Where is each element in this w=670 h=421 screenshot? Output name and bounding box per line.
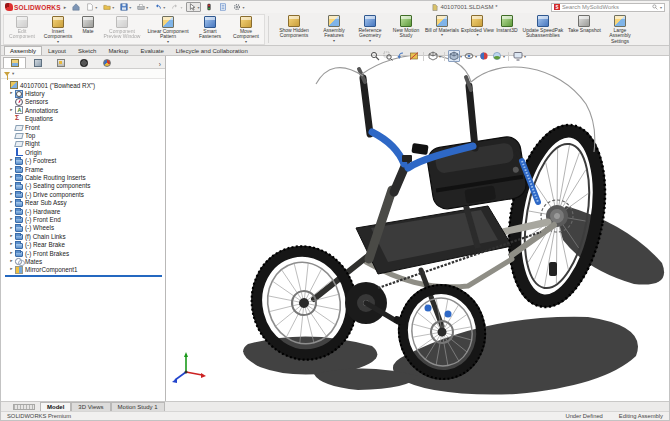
ribbon-button-new-motion-study[interactable]: New Motion Study xyxy=(388,14,424,45)
expand-arrow-icon[interactable]: ▸ xyxy=(8,175,15,180)
tab-model[interactable]: Model xyxy=(40,402,71,411)
new-document-button[interactable]: ▾ xyxy=(84,2,99,12)
dropdown-arrow-icon[interactable]: ▾ xyxy=(441,33,443,37)
tree-item-front-plane[interactable]: Front xyxy=(8,123,165,131)
dropdown-arrow-icon[interactable]: ▾ xyxy=(524,54,526,59)
tree-item-sensors[interactable]: Sensors xyxy=(8,98,165,106)
tree-item-rear-sub-assy[interactable]: ▸Rear Sub Assy xyxy=(8,198,165,206)
open-document-button[interactable]: ▾ xyxy=(101,2,116,12)
edit-appearance-icon[interactable] xyxy=(478,50,490,62)
ribbon-button-component-preview-window[interactable]: Component Preview Window xyxy=(100,15,144,44)
ribbon-button-mate[interactable]: Mate xyxy=(76,15,100,44)
tree-item-top-plane[interactable]: Top xyxy=(8,131,165,139)
tree-item-front-brakes[interactable]: ▸(-) Front Brakes xyxy=(8,249,165,257)
filter-dropdown-arrow-icon[interactable]: ▾ xyxy=(12,71,14,76)
rollback-bar[interactable] xyxy=(5,275,162,277)
tree-item-origin[interactable]: Origin xyxy=(8,148,165,156)
tab-dimxpertmanager[interactable] xyxy=(72,57,95,68)
ribbon-button-linear-component-pattern[interactable]: Linear Component Pattern▾ xyxy=(144,15,192,44)
view-orientation-icon[interactable] xyxy=(427,50,439,62)
tab-displaymanager[interactable] xyxy=(95,57,118,68)
tab-featuremanager-tree[interactable] xyxy=(3,57,26,68)
expand-arrow-icon[interactable]: ▸ xyxy=(8,226,15,231)
expand-arrow-icon[interactable]: ▸ xyxy=(8,167,15,172)
expand-arrow-icon[interactable]: ▸ xyxy=(8,234,15,239)
tree-item-mirrorcomponent1[interactable]: ▸MirrorComponent1 xyxy=(8,266,165,274)
dropdown-arrow-icon[interactable]: ▾ xyxy=(95,5,97,10)
expand-arrow-icon[interactable]: ▸ xyxy=(8,108,15,113)
tree-item-seating-components[interactable]: ▸(-) Seating components xyxy=(8,182,165,190)
ribbon-button-edit-component[interactable]: Edit Component xyxy=(4,15,40,44)
tree-item-right-plane[interactable]: Right xyxy=(8,140,165,148)
expand-arrow-icon[interactable]: ▸ xyxy=(8,158,15,163)
expand-arrow-icon[interactable]: ▸ xyxy=(8,192,15,197)
tree-item-hardware[interactable]: ▸(-) Hardware xyxy=(8,207,165,215)
ribbon-button-insert-components[interactable]: Insert Components▾ xyxy=(40,15,76,44)
tree-root-item[interactable]: 40107001 ("Bowhead RX") xyxy=(3,81,165,89)
ribbon-button-smart-fasteners[interactable]: Smart Fasteners xyxy=(192,15,228,44)
dropdown-arrow-icon[interactable]: ▾ xyxy=(180,5,182,10)
tree-item-cable-routing-inserts[interactable]: ▸Cable Routing Inserts xyxy=(8,173,165,181)
undo-button[interactable]: ▾ xyxy=(152,2,167,12)
expand-arrow-icon[interactable]: ▸ xyxy=(8,217,15,222)
tab-sketch[interactable]: Sketch xyxy=(72,46,102,55)
select-tool-button[interactable]: ▾ xyxy=(186,2,201,12)
menu-expand-arrow-icon[interactable]: ▸ xyxy=(64,4,67,10)
tab-scroll-handle[interactable] xyxy=(13,404,35,410)
expand-arrow-icon[interactable]: ▸ xyxy=(8,184,15,189)
expand-arrow-icon[interactable]: ▸ xyxy=(8,267,15,272)
solidworks-logo[interactable]: SOLIDWORKS xyxy=(5,3,61,11)
tree-item-rear-brake[interactable]: ▸(-) Rear Brake xyxy=(8,240,165,248)
print-button[interactable]: ▾ xyxy=(135,2,150,12)
home-button[interactable] xyxy=(70,2,82,12)
expand-arrow-icon[interactable]: ▸ xyxy=(8,259,15,264)
dropdown-arrow-icon[interactable]: ▾ xyxy=(476,33,478,37)
tab-motion-study-1[interactable]: Motion Study 1 xyxy=(111,402,165,411)
tree-item-wheels[interactable]: ▸(-) Wheels xyxy=(8,224,165,232)
display-style-icon[interactable] xyxy=(448,50,460,62)
tree-item-mates[interactable]: ▸Mates xyxy=(8,257,165,265)
dropdown-arrow-icon[interactable]: ▾ xyxy=(197,5,199,10)
tree-item-chain-links[interactable]: ▸(f) Chain Links xyxy=(8,232,165,240)
ribbon-button-large-assembly-settings[interactable]: Large Assembly Settings xyxy=(602,14,638,45)
tree-item-front-end[interactable]: ▸(-) Front End xyxy=(8,215,165,223)
dropdown-arrow-icon[interactable]: ▾ xyxy=(146,5,148,10)
tab-lifecycle-and-collaboration[interactable]: Lifecycle and Collaboration xyxy=(170,46,254,55)
graphics-viewport[interactable]: ▾ ▾ ▾ ▾ ▾ xyxy=(166,56,669,401)
dropdown-arrow-icon[interactable]: ▾ xyxy=(57,40,59,44)
panel-overflow-arrow[interactable]: › xyxy=(157,61,163,68)
ribbon-button-update-speedpak-subassemblies[interactable]: Update SpeedPak Subassemblies xyxy=(519,14,567,45)
hide-show-items-icon[interactable] xyxy=(463,50,475,62)
search-dropdown-arrow-icon[interactable]: ▾ xyxy=(660,5,662,10)
ribbon-button-take-snapshot[interactable]: Take Snapshot xyxy=(567,14,602,45)
tree-item-footrest[interactable]: ▸(-) Footrest xyxy=(8,157,165,165)
zoom-to-area-icon[interactable] xyxy=(382,50,394,62)
ribbon-button-exploded-view[interactable]: Exploded View▾ xyxy=(460,14,495,45)
save-button[interactable]: ▾ xyxy=(118,2,133,12)
ribbon-button-instant3d[interactable]: Instant3D xyxy=(495,14,519,45)
ribbon-button-assembly-features[interactable]: Assembly Features▾ xyxy=(316,14,352,45)
tab-propertymanager[interactable] xyxy=(26,57,49,68)
zoom-to-fit-icon[interactable] xyxy=(369,50,381,62)
previous-view-icon[interactable] xyxy=(395,50,407,62)
ribbon-button-reference-geometry[interactable]: Reference Geometry▾ xyxy=(352,14,388,45)
dropdown-arrow-icon[interactable]: ▾ xyxy=(242,5,244,10)
expand-arrow-icon[interactable]: ▸ xyxy=(8,200,15,205)
ribbon-button-show-hidden-components[interactable]: Show Hidden Components xyxy=(272,14,316,45)
tab-evaluate[interactable]: Evaluate xyxy=(134,46,169,55)
dropdown-arrow-icon[interactable]: ▾ xyxy=(167,40,169,44)
expand-arrow-icon[interactable]: ▸ xyxy=(8,251,15,256)
dropdown-arrow-icon[interactable]: ▾ xyxy=(112,5,114,10)
ribbon-button-bill-of-materials[interactable]: Bill of Materials▾ xyxy=(424,14,460,45)
dropdown-arrow-icon[interactable]: ▾ xyxy=(163,5,165,10)
dropdown-arrow-icon[interactable]: ▾ xyxy=(475,54,477,59)
tree-item-frame[interactable]: ▸Frame xyxy=(8,165,165,173)
redo-button[interactable]: ▾ xyxy=(169,2,184,12)
tree-item-annotations[interactable]: ▸Annotations xyxy=(8,106,165,114)
apply-scene-icon[interactable] xyxy=(491,50,503,62)
file-properties-button[interactable] xyxy=(217,2,229,12)
tab-3d-views[interactable]: 3D Views xyxy=(71,402,110,411)
tree-item-history[interactable]: ▸History xyxy=(8,89,165,97)
dropdown-arrow-icon[interactable]: ▾ xyxy=(129,5,131,10)
search-input[interactable]: S Search MySolidWorks ▾ xyxy=(551,3,665,12)
